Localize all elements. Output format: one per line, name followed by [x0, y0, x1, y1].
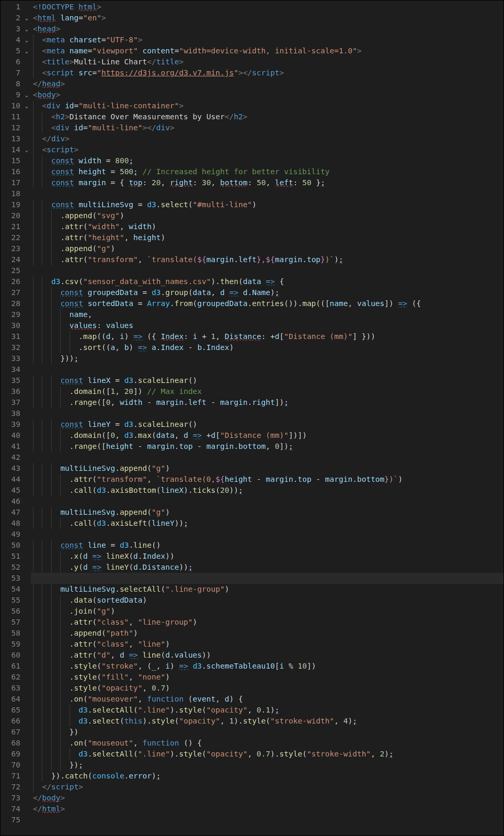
code-line[interactable]: .attr("height", height)	[31, 232, 503, 243]
fold-chevron-icon[interactable]	[22, 716, 31, 727]
code-line[interactable]: .append("svg")	[31, 210, 503, 221]
fold-chevron-icon[interactable]	[22, 133, 31, 144]
fold-chevron-icon[interactable]	[22, 683, 31, 694]
code-line[interactable]: .on("mouseout", function () {	[31, 738, 503, 749]
fold-chevron-icon[interactable]	[22, 628, 31, 639]
fold-chevron-icon[interactable]	[22, 650, 31, 661]
fold-chevron-icon[interactable]	[22, 57, 31, 67]
fold-chevron-icon[interactable]: ⌄	[22, 144, 31, 155]
code-line[interactable]: .attr("class", "line")	[31, 639, 503, 650]
code-line[interactable]: values: values	[31, 320, 503, 331]
fold-chevron-icon[interactable]	[22, 353, 31, 364]
code-line[interactable]: const line = d3.line()	[31, 540, 503, 551]
code-line[interactable]	[31, 529, 503, 540]
code-line[interactable]: <meta charset="UTF-8">	[31, 35, 503, 46]
fold-chevron-icon[interactable]: ⌄	[22, 35, 31, 46]
code-line[interactable]: .style("stroke", (_, i) => d3.schemeTabl…	[31, 661, 503, 672]
code-line[interactable]: <!DOCTYPE html>	[31, 2, 503, 13]
code-line[interactable]: d3.selectAll(".line").style("opacity", 0…	[31, 705, 503, 716]
code-line[interactable]: .range([height - margin.top - margin.bot…	[31, 441, 503, 452]
fold-chevron-icon[interactable]	[22, 617, 31, 628]
fold-chevron-icon[interactable]	[22, 518, 31, 529]
fold-chevron-icon[interactable]	[22, 386, 31, 397]
code-area[interactable]: <!DOCTYPE html><html lang="en"><head> <m…	[31, 1, 503, 835]
code-line[interactable]: <script>	[31, 144, 503, 155]
code-line[interactable]: }));	[31, 353, 503, 364]
fold-chevron-icon[interactable]	[22, 749, 31, 760]
code-line[interactable]: <body>	[31, 89, 503, 100]
fold-chevron-icon[interactable]	[22, 430, 31, 441]
code-line[interactable]: .style("opacity", 0.7)	[31, 683, 503, 694]
code-line[interactable]	[31, 573, 503, 584]
fold-chevron-icon[interactable]	[22, 331, 31, 342]
code-line[interactable]	[31, 452, 503, 463]
code-line[interactable]: const groupedData = d3.group(data, d => …	[31, 287, 503, 298]
fold-chevron-icon[interactable]	[22, 661, 31, 672]
code-line[interactable]: .join("g")	[31, 606, 503, 617]
code-line[interactable]: <script src="https://d3js.org/d3.v7.min.…	[31, 67, 503, 78]
code-line[interactable]: })	[31, 727, 503, 738]
fold-chevron-icon[interactable]	[22, 496, 31, 507]
fold-chevron-icon[interactable]	[22, 441, 31, 452]
code-line[interactable]: <meta name="viewport" content="width=dev…	[31, 46, 503, 57]
fold-chevron-icon[interactable]	[22, 342, 31, 353]
fold-chevron-icon[interactable]	[22, 188, 31, 199]
code-line[interactable]: <div id="multi-line-container">	[31, 100, 503, 111]
code-line[interactable]: const lineY = d3.scaleLinear()	[31, 419, 503, 430]
code-line[interactable]: .x(d => lineX(d.Index))	[31, 551, 503, 562]
code-line[interactable]: multiLineSvg.append("g")	[31, 507, 503, 518]
fold-chevron-icon[interactable]	[22, 111, 31, 122]
fold-chevron-icon[interactable]	[22, 177, 31, 188]
code-line[interactable]: .attr("class", "line-group")	[31, 617, 503, 628]
code-line[interactable]: <div id="multi-line"></div>	[31, 122, 503, 133]
code-line[interactable]: const margin = { top: 20, right: 30, bot…	[31, 177, 503, 188]
fold-chevron-icon[interactable]	[22, 265, 31, 276]
fold-chevron-icon[interactable]	[22, 320, 31, 331]
fold-chevron-icon[interactable]	[22, 507, 31, 518]
fold-chevron-icon[interactable]	[22, 705, 31, 716]
fold-chevron-icon[interactable]	[22, 540, 31, 551]
code-line[interactable]	[31, 188, 503, 199]
fold-chevron-icon[interactable]	[22, 221, 31, 232]
fold-chevron-icon[interactable]	[22, 529, 31, 540]
fold-chevron-icon[interactable]	[22, 254, 31, 265]
fold-chevron-icon[interactable]	[22, 782, 31, 793]
code-line[interactable]: <html lang="en">	[31, 13, 503, 24]
fold-chevron-icon[interactable]	[22, 804, 31, 815]
code-line[interactable]	[31, 815, 503, 826]
fold-chevron-icon[interactable]	[22, 694, 31, 705]
fold-chevron-icon[interactable]	[22, 815, 31, 826]
fold-chevron-icon[interactable]	[22, 122, 31, 133]
code-line[interactable]	[31, 364, 503, 375]
code-line[interactable]: <head>	[31, 24, 503, 35]
code-line[interactable]: </div>	[31, 133, 503, 144]
code-line[interactable]	[31, 496, 503, 507]
code-line[interactable]: .attr("d", d => line(d.values))	[31, 650, 503, 661]
code-line[interactable]: .attr("width", width)	[31, 221, 503, 232]
code-line[interactable]: .call(d3.axisLeft(lineY));	[31, 518, 503, 529]
code-line[interactable]	[31, 265, 503, 276]
fold-chevron-icon[interactable]	[22, 452, 31, 463]
code-line[interactable]: .on("mouseover", function (event, d) {	[31, 694, 503, 705]
fold-chevron-icon[interactable]	[22, 199, 31, 210]
code-line[interactable]: .append("g")	[31, 243, 503, 254]
fold-chevron-icon[interactable]: ⌄	[22, 46, 31, 57]
fold-chevron-icon[interactable]: ⌄	[22, 24, 31, 35]
fold-chevron-icon[interactable]	[22, 166, 31, 177]
fold-chevron-icon[interactable]	[22, 397, 31, 408]
fold-chevron-icon[interactable]	[22, 672, 31, 683]
fold-chevron-icon[interactable]	[22, 727, 31, 738]
fold-chevron-icon[interactable]	[22, 210, 31, 221]
code-line[interactable]: multiLineSvg.selectAll(".line-group")	[31, 584, 503, 595]
code-line[interactable]: .map((d, i) => ({ Index: i + 1, Distance…	[31, 331, 503, 342]
fold-chevron-icon[interactable]	[22, 485, 31, 496]
code-line[interactable]: .sort((a, b) => a.Index - b.Index)	[31, 342, 503, 353]
code-line[interactable]: .call(d3.axisBottom(lineX).ticks(20));	[31, 485, 503, 496]
code-line[interactable]: d3.select(this).style("opacity", 1).styl…	[31, 716, 503, 727]
code-line[interactable]: const height = 500; // Increased height …	[31, 166, 503, 177]
fold-chevron-icon[interactable]	[22, 474, 31, 485]
fold-chevron-icon[interactable]	[22, 232, 31, 243]
fold-chevron-icon[interactable]	[22, 562, 31, 573]
code-line[interactable]: name,	[31, 309, 503, 320]
code-line[interactable]: </head>	[31, 78, 503, 89]
